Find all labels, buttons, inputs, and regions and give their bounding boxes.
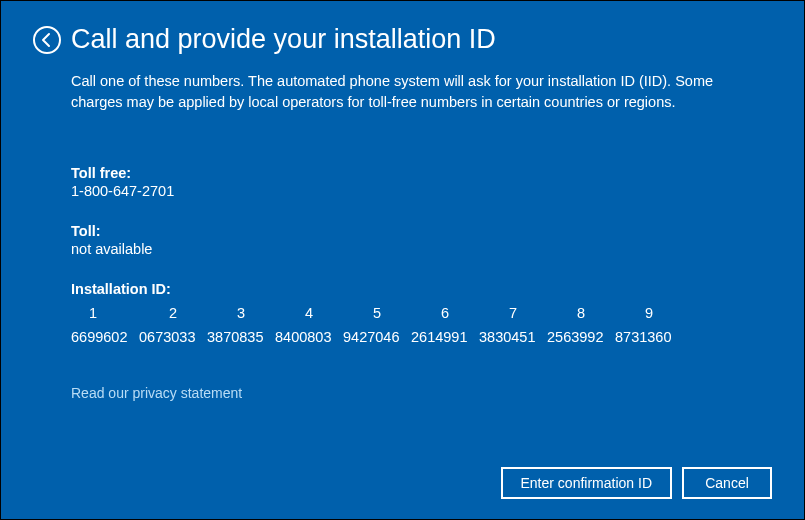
privacy-statement-link[interactable]: Read our privacy statement [71,385,242,401]
installation-id-section: Installation ID: 1 2 3 4 5 6 7 8 9 66996… [71,281,762,345]
iid-group: 9427046 [343,329,411,345]
iid-group: 2563992 [547,329,615,345]
tollfree-number: 1-800-647-2701 [71,183,762,199]
iid-group: 3830451 [479,329,547,345]
iid-col-num: 5 [343,305,411,321]
iid-group: 6699602 [71,329,139,345]
iid-col-num: 2 [139,305,207,321]
page-title: Call and provide your installation ID [71,25,496,55]
installation-id-label: Installation ID: [71,281,762,297]
cancel-button[interactable]: Cancel [682,467,772,499]
arrow-left-icon [39,32,55,48]
activation-wizard-window: Call and provide your installation ID Ca… [0,0,805,520]
toll-label: Toll: [71,223,762,239]
iid-col-num: 7 [479,305,547,321]
tollfree-label: Toll free: [71,165,762,181]
iid-col-num: 6 [411,305,479,321]
footer-buttons: Enter confirmation ID Cancel [501,467,773,499]
iid-col-num: 9 [615,305,683,321]
iid-col-num: 4 [275,305,343,321]
iid-group: 0673033 [139,329,207,345]
tollfree-section: Toll free: 1-800-647-2701 [71,165,762,199]
header: Call and provide your installation ID [33,25,772,55]
iid-col-num: 3 [207,305,275,321]
iid-values-row: 6699602 0673033 3870835 8400803 9427046 … [71,329,762,345]
toll-section: Toll: not available [71,223,762,257]
enter-confirmation-button[interactable]: Enter confirmation ID [501,467,673,499]
back-button[interactable] [33,26,61,54]
toll-number: not available [71,241,762,257]
iid-group: 3870835 [207,329,275,345]
iid-group: 8731360 [615,329,683,345]
content-area: Call one of these numbers. The automated… [33,71,772,402]
iid-col-num: 8 [547,305,615,321]
iid-group: 8400803 [275,329,343,345]
iid-group: 2614991 [411,329,479,345]
iid-col-num: 1 [71,305,139,321]
installation-id-grid: 1 2 3 4 5 6 7 8 9 6699602 0673033 387083… [71,305,762,345]
iid-column-headers: 1 2 3 4 5 6 7 8 9 [71,305,762,321]
instructions-text: Call one of these numbers. The automated… [71,71,762,113]
